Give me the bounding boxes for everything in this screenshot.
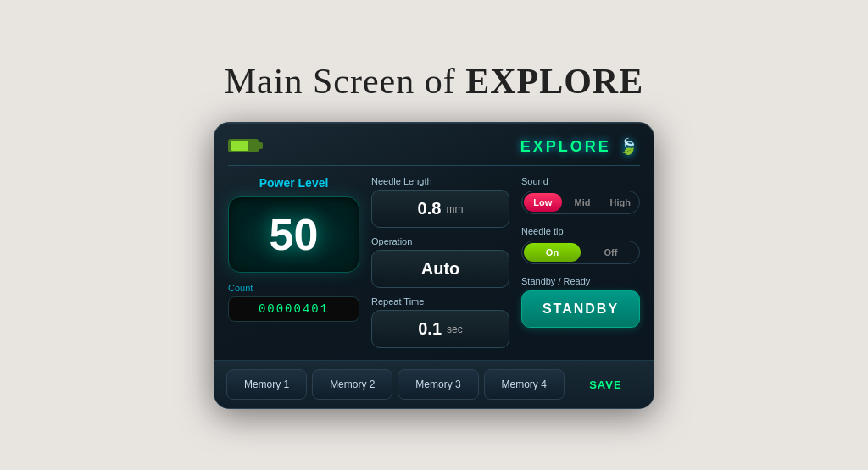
battery-fill	[231, 141, 248, 151]
memory-2-button[interactable]: Memory 2	[312, 369, 392, 400]
memory-4-button[interactable]: Memory 4	[484, 369, 565, 400]
needle-tip-section: Needle tip On Off	[521, 226, 640, 264]
operation-label: Operation	[371, 236, 509, 246]
needle-length-label: Needle Length	[371, 176, 509, 186]
right-panel: Sound Low Mid High Needle tip On Off Sta…	[521, 176, 640, 348]
operation-value: Auto	[421, 259, 460, 279]
brand-logo: EXPLORE 🍃	[520, 135, 640, 157]
middle-panel: Needle Length 0.8 mm Operation Auto Repe…	[371, 176, 509, 348]
needle-length-group: Needle Length 0.8 mm	[371, 176, 509, 228]
sound-toggle-group: Low Mid High	[521, 191, 640, 214]
standby-button[interactable]: STANDBY	[521, 290, 640, 328]
page-title: Main Screen of EXPLORE	[225, 61, 643, 102]
device-header: EXPLORE 🍃	[228, 135, 640, 157]
repeat-time-btn[interactable]: 0.1 sec	[371, 310, 509, 348]
standby-label: Standby / Ready	[521, 276, 640, 286]
power-value: 50	[270, 213, 319, 257]
needle-length-value: 0.8	[418, 199, 442, 218]
memory-1-button[interactable]: Memory 1	[226, 369, 307, 400]
battery-icon	[228, 139, 259, 152]
needle-tip-on[interactable]: On	[524, 243, 581, 262]
needle-length-unit: mm	[446, 203, 463, 215]
repeat-time-unit: sec	[447, 323, 463, 335]
needle-tip-off[interactable]: Off	[582, 241, 639, 263]
count-label: Count	[228, 283, 359, 293]
needle-tip-label: Needle tip	[521, 226, 640, 236]
sound-option-mid[interactable]: Mid	[564, 191, 602, 213]
operation-group: Operation Auto	[371, 236, 509, 288]
device-footer: Memory 1 Memory 2 Memory 3 Memory 4 SAVE	[214, 360, 654, 408]
power-label: Power Level	[228, 176, 359, 190]
repeat-time-label: Repeat Time	[371, 296, 509, 307]
device-frame: EXPLORE 🍃 Power Level 50 Count 00000401 …	[214, 122, 654, 409]
count-display: 00000401	[228, 296, 359, 322]
repeat-time-group: Repeat Time 0.1 sec	[371, 296, 509, 348]
save-button[interactable]: SAVE	[570, 379, 642, 391]
sound-option-high[interactable]: High	[601, 191, 639, 213]
operation-btn[interactable]: Auto	[371, 250, 509, 288]
memory-3-button[interactable]: Memory 3	[398, 369, 478, 400]
sound-option-low[interactable]: Low	[524, 193, 562, 212]
sound-label: Sound	[521, 176, 640, 186]
standby-section: Standby / Ready STANDBY	[521, 276, 640, 328]
needle-length-btn[interactable]: 0.8 mm	[371, 190, 509, 228]
sound-section: Sound Low Mid High	[521, 176, 640, 214]
left-panel: Power Level 50 Count 00000401	[228, 176, 359, 348]
power-display[interactable]: 50	[228, 196, 359, 273]
device-main: Power Level 50 Count 00000401 Needle Len…	[228, 176, 640, 348]
repeat-time-value: 0.1	[418, 319, 442, 339]
needle-tip-toggle-group: On Off	[521, 241, 640, 264]
